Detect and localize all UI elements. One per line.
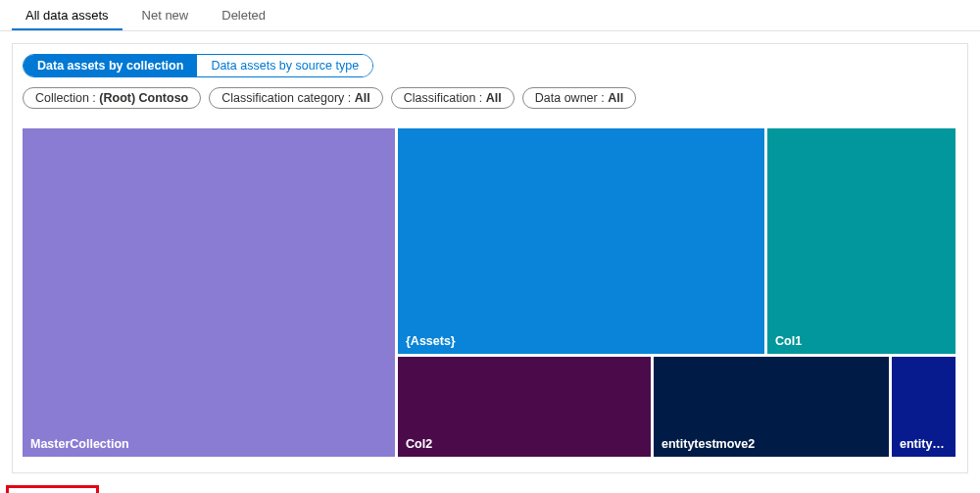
filter-classification[interactable]: Classification : All [391,87,514,109]
filter-value: (Root) Contoso [99,91,188,105]
treemap-tile-label: Col2 [406,437,432,451]
treemap-tile-col1[interactable]: Col1 [767,128,956,354]
treemap-tile-etm2[interactable]: entitytestmove2 [654,357,889,457]
treemap-tile-col2[interactable]: Col2 [398,357,651,457]
filter-value: All [608,91,623,105]
footer-link-row: View details [6,485,980,493]
filter-value: All [486,91,502,105]
treemap-tile-label: entitytestmov... [900,437,948,451]
treemap-tile-etmov[interactable]: entitytestmov... [892,357,956,457]
treemap-tile-label: Col1 [775,334,802,348]
treemap-tile-label: MasterCollection [30,437,129,451]
filter-label: Data owner : [535,91,608,105]
treemap-tile-label: entitytestmove2 [662,437,755,451]
toggle-by-source-type[interactable]: Data assets by source type [197,55,372,76]
treemap-tile-label: {Assets} [406,334,456,348]
tab-deleted[interactable]: Deleted [208,0,279,30]
view-toggle-segment: Data assets by collection Data assets by… [23,54,373,77]
content-panel: Data assets by collection Data assets by… [12,43,968,473]
treemap-tile-master[interactable]: MasterCollection [23,128,395,457]
filter-collection[interactable]: Collection : (Root) Contoso [23,87,201,109]
filter-label: Classification category : [221,91,354,105]
toggle-by-collection[interactable]: Data assets by collection [24,55,197,76]
view-toggle: Data assets by collection Data assets by… [23,54,957,77]
filter-label: Classification : [404,91,486,105]
tabs-bar: All data assets Net new Deleted [0,0,980,31]
tab-all-data-assets[interactable]: All data assets [12,0,122,30]
filter-data-owner[interactable]: Data owner : All [522,87,636,109]
filter-value: All [355,91,370,105]
tab-net-new[interactable]: Net new [128,0,203,30]
view-details-link[interactable]: View details [6,485,99,493]
filter-classification-category[interactable]: Classification category : All [209,87,382,109]
filter-label: Collection : [35,91,99,105]
treemap-chart: MasterCollection{Assets}Col1Col2entityte… [23,128,956,457]
filter-row: Collection : (Root) Contoso Classificati… [23,87,957,109]
treemap-tile-assets[interactable]: {Assets} [398,128,764,354]
